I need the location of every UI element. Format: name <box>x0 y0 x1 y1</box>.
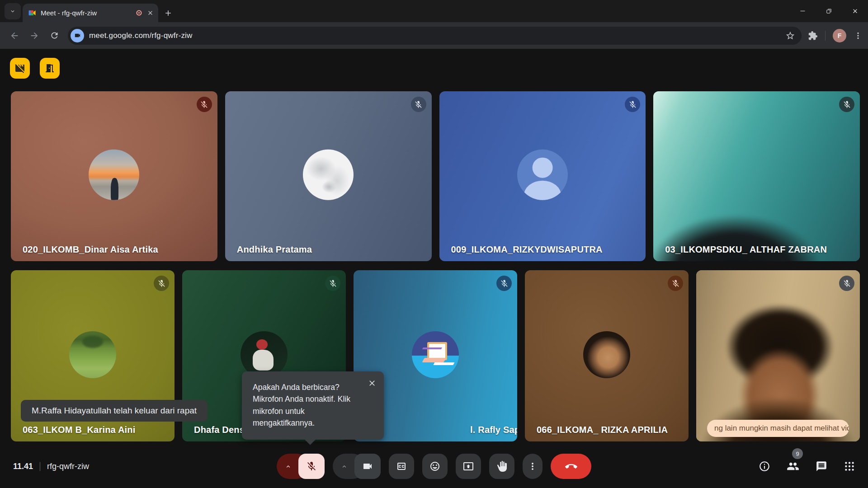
chevron-up-icon <box>341 463 348 470</box>
participant-avatar <box>69 331 116 378</box>
participant-avatar <box>303 150 354 200</box>
videocam-icon <box>74 32 81 39</box>
more-options-button[interactable] <box>523 454 542 479</box>
arrow-forward-icon <box>29 31 39 41</box>
mic-off-badge <box>197 97 212 112</box>
participant-name: 009_ILKOMA_RIZKYDWISAPUTRA <box>451 244 603 255</box>
bookmark-star-icon[interactable] <box>785 31 795 41</box>
extensions-icon[interactable] <box>808 31 818 41</box>
url-text[interactable]: meet.google.com/rfg-qwfr-ziw <box>89 31 780 40</box>
chat-icon <box>816 460 827 472</box>
meeting-details: 11.41 rfg-qwfr-ziw <box>13 462 89 471</box>
new-tab-button[interactable] <box>164 9 173 18</box>
participant-name: Dhafa Dens <box>194 425 245 435</box>
mic-toggle-button[interactable] <box>298 454 325 479</box>
close-icon <box>368 379 377 388</box>
call-controls <box>277 454 591 479</box>
mic-tooltip-title: Apakah Anda berbicara? <box>253 381 360 393</box>
mic-off-icon <box>843 100 851 109</box>
forward-button[interactable] <box>25 27 43 45</box>
browser-menu-icon[interactable] <box>854 31 863 40</box>
recording-indicator-icon <box>135 9 143 17</box>
plus-icon <box>164 9 173 18</box>
camera-control-group <box>333 454 381 479</box>
mic-off-icon <box>200 100 208 109</box>
mic-off-icon <box>414 100 423 109</box>
meeting-info-button[interactable] <box>759 460 770 472</box>
mic-off-badge <box>839 97 854 112</box>
video-visibility-banner: ng lain mungkin masih dapat melihat vide… <box>707 420 849 437</box>
mic-off-badge <box>154 276 169 291</box>
meet-favicon <box>28 9 37 17</box>
participant-avatar <box>412 331 459 378</box>
tab-title: Meet - rfg-qwfr-ziw <box>41 9 131 17</box>
more-options-icon <box>528 461 538 471</box>
refresh-button[interactable] <box>45 27 63 45</box>
mic-off-icon <box>628 100 637 109</box>
captions-icon <box>396 461 407 472</box>
meeting-code[interactable]: rfg-qwfr-ziw <box>47 462 89 471</box>
mic-off-badge <box>411 97 426 112</box>
tab-search-button[interactable] <box>5 3 21 19</box>
close-icon <box>852 8 859 14</box>
mic-off-badge <box>496 276 512 291</box>
participant-tile[interactable]: 066_ILKOMA_ RIZKA APRILIA <box>525 270 689 441</box>
panel-controls: 9 <box>759 460 855 473</box>
clock: 11.41 <box>13 462 33 471</box>
tab-close-button[interactable] <box>147 9 154 16</box>
room-exit-alert-button[interactable] <box>40 58 60 79</box>
participant-name: l. Rafly Saputra <box>470 425 517 435</box>
back-button[interactable] <box>5 27 24 45</box>
camera-alert-button[interactable] <box>10 58 30 79</box>
participant-tile[interactable]: 020_ILKOMB_Dinar Aisa Artika <box>11 91 217 261</box>
participant-tile[interactable]: 009_ILKOMA_RIZKYDWISAPUTRA <box>439 91 646 261</box>
mic-tooltip: Apakah Anda berbicara? Mikrofon Anda non… <box>242 371 384 440</box>
people-panel-button[interactable]: 9 <box>787 460 799 473</box>
participant-name: 020_ILKOMB_Dinar Aisa Artika <box>23 244 158 255</box>
browser-toolbar: meet.google.com/rfg-qwfr-ziw F <box>0 22 868 49</box>
browser-titlebar: Meet - rfg-qwfr-ziw <box>0 0 868 22</box>
restore-button[interactable] <box>816 0 842 22</box>
minimize-icon <box>799 8 806 14</box>
grid-row-1: 020_ILKOMB_Dinar Aisa ArtikaAndhika Prat… <box>11 91 860 261</box>
end-call-button[interactable] <box>551 454 591 479</box>
address-bar[interactable]: meet.google.com/rfg-qwfr-ziw <box>68 27 802 45</box>
door-open-icon <box>44 63 55 74</box>
mic-off-icon <box>329 279 337 288</box>
participant-video-feed <box>653 91 860 261</box>
meet-stage: 020_ILKOMB_Dinar Aisa ArtikaAndhika Prat… <box>0 49 868 488</box>
participant-tile[interactable]: ng lain mungkin masih dapat melihat vide… <box>696 270 860 441</box>
mic-tooltip-body: Mikrofon Anda nonaktif. Klik mikrofon un… <box>253 393 360 429</box>
refresh-icon <box>50 31 59 40</box>
present-button[interactable] <box>456 454 481 479</box>
participant-tile[interactable]: 03_ILKOMPSDKU_ ALTHAF ZABRAN <box>653 91 860 261</box>
close-window-button[interactable] <box>842 0 868 22</box>
profile-avatar[interactable]: F <box>833 29 846 42</box>
participant-name: 063_ILKOM B_Karina Aini <box>23 425 135 435</box>
mic-off-icon <box>157 279 166 288</box>
browser-tab[interactable]: Meet - rfg-qwfr-ziw <box>23 4 158 22</box>
activities-button[interactable] <box>844 460 855 472</box>
divider <box>40 462 40 471</box>
participant-tile[interactable]: Andhika Pratama <box>225 91 432 261</box>
participant-avatar <box>241 331 288 378</box>
raise-hand-button[interactable] <box>489 454 514 479</box>
leave-toast: M.Raffa Hidayatullah telah keluar dari r… <box>21 400 208 422</box>
restore-icon <box>826 8 832 14</box>
chat-panel-button[interactable] <box>816 460 827 472</box>
participant-grid: 020_ILKOMB_Dinar Aisa ArtikaAndhika Prat… <box>11 91 860 441</box>
camera-toggle-button[interactable] <box>354 454 381 479</box>
toolbar-right: F <box>808 29 863 42</box>
captions-button[interactable] <box>389 454 414 479</box>
site-camera-chip[interactable] <box>71 29 84 42</box>
tooltip-close-button[interactable] <box>368 379 377 388</box>
participant-avatar <box>89 150 139 200</box>
minimize-button[interactable] <box>789 0 816 22</box>
participant-name: Andhika Pratama <box>237 244 312 255</box>
videocam-icon <box>362 461 373 472</box>
participant-avatar <box>517 150 568 200</box>
reactions-button[interactable] <box>422 454 448 479</box>
raise-hand-icon <box>496 461 507 472</box>
mic-off-icon <box>843 279 851 288</box>
mic-off-icon <box>500 279 509 288</box>
